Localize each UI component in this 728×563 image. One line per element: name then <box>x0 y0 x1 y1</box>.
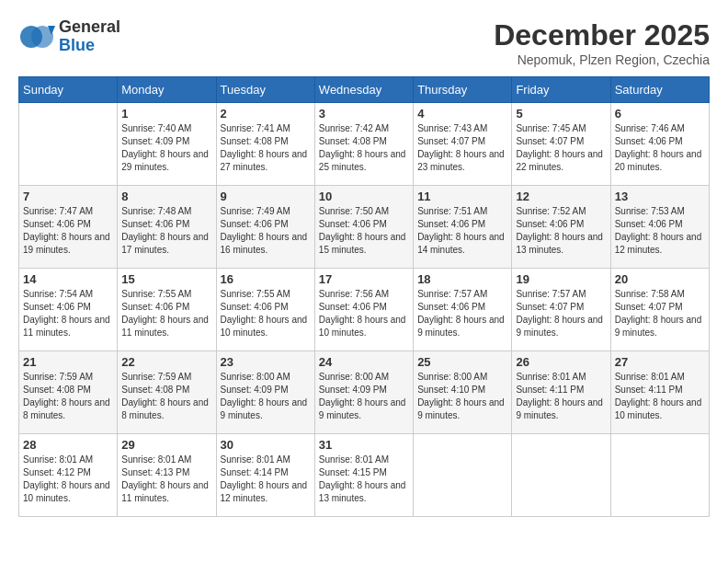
calendar-cell: 28Sunrise: 8:01 AMSunset: 4:12 PMDayligh… <box>19 434 118 517</box>
day-info: Sunrise: 7:46 AMSunset: 4:06 PMDaylight:… <box>615 122 705 174</box>
calendar-week-5: 28Sunrise: 8:01 AMSunset: 4:12 PMDayligh… <box>19 434 710 517</box>
day-info: Sunrise: 7:41 AMSunset: 4:08 PMDaylight:… <box>221 122 311 174</box>
calendar-week-2: 7Sunrise: 7:47 AMSunset: 4:06 PMDaylight… <box>19 186 710 269</box>
calendar-cell: 15Sunrise: 7:55 AMSunset: 4:06 PMDayligh… <box>118 269 216 351</box>
calendar-cell: 31Sunrise: 8:01 AMSunset: 4:15 PMDayligh… <box>314 434 413 517</box>
day-number: 3 <box>319 107 409 121</box>
calendar-cell: 20Sunrise: 7:58 AMSunset: 4:07 PMDayligh… <box>610 269 709 351</box>
day-number: 29 <box>121 438 211 452</box>
calendar-cell: 6Sunrise: 7:46 AMSunset: 4:06 PMDaylight… <box>610 103 709 186</box>
page-header: General Blue December 2025 Nepomuk, Plze… <box>18 18 710 67</box>
calendar-cell: 27Sunrise: 8:01 AMSunset: 4:11 PMDayligh… <box>610 351 709 434</box>
day-info: Sunrise: 7:47 AMSunset: 4:06 PMDaylight:… <box>23 205 113 257</box>
day-info: Sunrise: 8:00 AMSunset: 4:09 PMDaylight:… <box>221 371 311 422</box>
logo-general: General <box>59 18 120 37</box>
day-info: Sunrise: 8:00 AMSunset: 4:10 PMDaylight:… <box>417 371 507 422</box>
day-info: Sunrise: 7:55 AMSunset: 4:06 PMDaylight:… <box>221 288 311 339</box>
day-number: 12 <box>516 190 606 203</box>
calendar-cell <box>512 434 610 517</box>
day-info: Sunrise: 7:45 AMSunset: 4:07 PMDaylight:… <box>516 122 606 174</box>
month-year: December 2025 <box>494 18 710 52</box>
calendar-week-4: 21Sunrise: 7:59 AMSunset: 4:08 PMDayligh… <box>19 351 710 434</box>
calendar-cell: 23Sunrise: 8:00 AMSunset: 4:09 PMDayligh… <box>216 351 314 434</box>
day-number: 30 <box>221 438 311 452</box>
weekday-header-wednesday: Wednesday <box>314 77 413 103</box>
calendar-cell: 7Sunrise: 7:47 AMSunset: 4:06 PMDaylight… <box>19 186 118 269</box>
day-number: 10 <box>319 190 409 203</box>
day-info: Sunrise: 8:01 AMSunset: 4:11 PMDaylight:… <box>615 371 705 422</box>
day-info: Sunrise: 7:59 AMSunset: 4:08 PMDaylight:… <box>121 371 211 422</box>
logo-text: General Blue <box>59 18 120 55</box>
day-number: 15 <box>121 272 211 286</box>
day-info: Sunrise: 7:42 AMSunset: 4:08 PMDaylight:… <box>319 122 409 174</box>
day-number: 13 <box>615 190 705 203</box>
calendar-cell: 16Sunrise: 7:55 AMSunset: 4:06 PMDayligh… <box>216 269 314 351</box>
weekday-header-saturday: Saturday <box>610 77 709 103</box>
calendar-cell: 29Sunrise: 8:01 AMSunset: 4:13 PMDayligh… <box>118 434 216 517</box>
day-info: Sunrise: 7:56 AMSunset: 4:06 PMDaylight:… <box>319 288 409 339</box>
weekday-header-monday: Monday <box>118 77 216 103</box>
day-number: 5 <box>516 107 606 121</box>
day-info: Sunrise: 7:57 AMSunset: 4:07 PMDaylight:… <box>516 288 606 339</box>
calendar-cell: 18Sunrise: 7:57 AMSunset: 4:06 PMDayligh… <box>414 269 512 351</box>
weekday-header-sunday: Sunday <box>19 77 118 103</box>
day-number: 18 <box>417 272 507 286</box>
logo-blue: Blue <box>59 37 120 55</box>
logo: General Blue <box>18 18 120 55</box>
day-number: 4 <box>417 107 507 121</box>
calendar-cell: 1Sunrise: 7:40 AMSunset: 4:09 PMDaylight… <box>118 103 216 186</box>
calendar-week-3: 14Sunrise: 7:54 AMSunset: 4:06 PMDayligh… <box>19 269 710 351</box>
day-info: Sunrise: 7:51 AMSunset: 4:06 PMDaylight:… <box>417 205 507 257</box>
day-info: Sunrise: 7:54 AMSunset: 4:06 PMDaylight:… <box>23 288 113 339</box>
day-number: 21 <box>23 355 113 369</box>
calendar-cell: 14Sunrise: 7:54 AMSunset: 4:06 PMDayligh… <box>19 269 118 351</box>
calendar-cell: 5Sunrise: 7:45 AMSunset: 4:07 PMDaylight… <box>512 103 610 186</box>
day-number: 23 <box>221 355 311 369</box>
day-number: 27 <box>615 355 705 369</box>
day-number: 20 <box>615 272 705 286</box>
calendar-cell: 10Sunrise: 7:50 AMSunset: 4:06 PMDayligh… <box>314 186 413 269</box>
day-number: 24 <box>319 355 409 369</box>
day-info: Sunrise: 8:01 AMSunset: 4:12 PMDaylight:… <box>23 454 113 505</box>
day-number: 28 <box>23 438 113 452</box>
day-info: Sunrise: 7:57 AMSunset: 4:06 PMDaylight:… <box>417 288 507 339</box>
day-info: Sunrise: 8:01 AMSunset: 4:13 PMDaylight:… <box>121 454 211 505</box>
calendar-cell: 13Sunrise: 7:53 AMSunset: 4:06 PMDayligh… <box>610 186 709 269</box>
day-number: 1 <box>121 107 211 121</box>
calendar-cell: 25Sunrise: 8:00 AMSunset: 4:10 PMDayligh… <box>414 351 512 434</box>
day-number: 11 <box>417 190 507 203</box>
calendar-cell <box>414 434 512 517</box>
day-number: 7 <box>23 190 113 203</box>
day-number: 2 <box>221 107 311 121</box>
day-info: Sunrise: 7:59 AMSunset: 4:08 PMDaylight:… <box>23 371 113 422</box>
calendar-cell: 17Sunrise: 7:56 AMSunset: 4:06 PMDayligh… <box>314 269 413 351</box>
day-info: Sunrise: 7:40 AMSunset: 4:09 PMDaylight:… <box>121 122 211 174</box>
title-block: December 2025 Nepomuk, Plzen Region, Cze… <box>494 18 710 67</box>
day-info: Sunrise: 7:43 AMSunset: 4:07 PMDaylight:… <box>417 122 507 174</box>
calendar-cell: 19Sunrise: 7:57 AMSunset: 4:07 PMDayligh… <box>512 269 610 351</box>
weekday-header-thursday: Thursday <box>414 77 512 103</box>
day-info: Sunrise: 7:49 AMSunset: 4:06 PMDaylight:… <box>221 205 311 257</box>
calendar-cell: 21Sunrise: 7:59 AMSunset: 4:08 PMDayligh… <box>19 351 118 434</box>
day-info: Sunrise: 7:52 AMSunset: 4:06 PMDaylight:… <box>516 205 606 257</box>
day-info: Sunrise: 7:53 AMSunset: 4:06 PMDaylight:… <box>615 205 705 257</box>
calendar-cell: 8Sunrise: 7:48 AMSunset: 4:06 PMDaylight… <box>118 186 216 269</box>
calendar-cell: 30Sunrise: 8:01 AMSunset: 4:14 PMDayligh… <box>216 434 314 517</box>
calendar-cell: 24Sunrise: 8:00 AMSunset: 4:09 PMDayligh… <box>314 351 413 434</box>
calendar-week-1: 1Sunrise: 7:40 AMSunset: 4:09 PMDaylight… <box>19 103 710 186</box>
day-number: 25 <box>417 355 507 369</box>
weekday-header-friday: Friday <box>512 77 610 103</box>
day-info: Sunrise: 8:01 AMSunset: 4:14 PMDaylight:… <box>221 454 311 505</box>
day-info: Sunrise: 7:48 AMSunset: 4:06 PMDaylight:… <box>121 205 211 257</box>
day-number: 26 <box>516 355 606 369</box>
calendar-cell: 2Sunrise: 7:41 AMSunset: 4:08 PMDaylight… <box>216 103 314 186</box>
calendar-cell: 11Sunrise: 7:51 AMSunset: 4:06 PMDayligh… <box>414 186 512 269</box>
day-number: 16 <box>221 272 311 286</box>
day-number: 17 <box>319 272 409 286</box>
calendar-cell <box>610 434 709 517</box>
day-number: 9 <box>221 190 311 203</box>
day-number: 19 <box>516 272 606 286</box>
day-number: 14 <box>23 272 113 286</box>
calendar-cell <box>19 103 118 186</box>
day-info: Sunrise: 8:00 AMSunset: 4:09 PMDaylight:… <box>319 371 409 422</box>
